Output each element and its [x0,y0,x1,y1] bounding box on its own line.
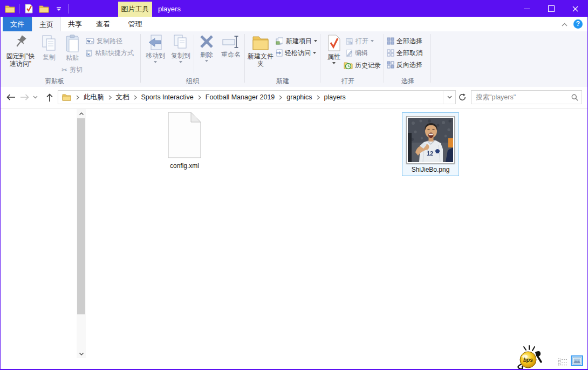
select-all-button[interactable]: 全部选择 [387,36,422,46]
bps-overlay-icon[interactable]: bps [515,343,544,370]
qat-customize-dropdown-icon[interactable] [53,3,65,15]
breadcrumb-sports-interactive[interactable]: Sports Interactive [139,93,196,101]
open-label: 打开 [355,37,368,46]
dropdown-arrow-icon [314,40,317,42]
breadcrumb-separator-icon[interactable] [106,95,114,100]
recent-locations-button[interactable] [31,90,39,104]
refresh-button[interactable] [457,90,468,104]
breadcrumb-separator-icon[interactable] [314,95,322,100]
minimize-icon [524,9,530,9]
copy-path-label: 复制路径 [97,37,122,46]
tab-home[interactable]: 主页 [32,17,61,31]
easy-access-button[interactable]: 轻松访问 [276,48,316,58]
qat-new-folder-button[interactable] [38,3,50,15]
file-item-config-xml[interactable]: config.xml [160,112,209,170]
explorer-app-icon[interactable] [4,3,16,15]
select-all-label: 全部选择 [396,37,422,46]
breadcrumb-separator-icon[interactable] [74,95,81,100]
invert-selection-label: 反向选择 [396,60,422,70]
invert-selection-button[interactable]: 反向选择 [387,60,422,70]
breadcrumb-graphics[interactable]: graphics [284,93,314,101]
breadcrumb-separator-icon[interactable] [277,95,284,100]
file-item-shijiebo-png[interactable]: 12 ShiJieBo.png [402,112,459,176]
open-button[interactable]: 打开 [346,36,374,46]
address-folder-icon[interactable] [58,93,74,101]
tab-view[interactable]: 查看 [89,17,117,31]
tab-file[interactable]: 文件 [3,17,32,31]
details-view-button[interactable] [558,358,568,366]
select-none-label: 全部取消 [396,49,422,58]
search-icon [568,94,582,101]
new-item-button[interactable]: 新建项目 [276,36,317,46]
scrollbar-thumb[interactable] [77,118,85,314]
properties-icon [327,35,341,51]
tab-share[interactable]: 共享 [61,17,89,31]
scrollbar-up-button[interactable] [77,109,86,118]
help-button[interactable]: ? [573,19,583,29]
forward-arrow-icon [20,93,30,101]
dropdown-arrow-icon [154,61,157,63]
xml-document-icon [168,112,201,158]
title-bar: 图片工具 players [1,1,587,17]
contextual-tab-picture-tools[interactable]: 图片工具 [118,2,152,17]
bps-label: bps [523,357,533,363]
file-list-area: config.xml [1,108,587,369]
rename-icon [222,35,240,49]
new-item-label: 新建项目 [286,37,312,46]
delete-label: 删除 [200,51,213,58]
breadcrumb-separator-icon[interactable] [196,95,203,100]
paste-button[interactable]: 粘贴 [61,35,84,62]
breadcrumb-separator-icon[interactable] [132,95,139,100]
forward-button[interactable] [18,90,32,104]
breadcrumb-players[interactable]: players [322,93,348,101]
dropdown-arrow-icon [179,61,182,63]
up-button[interactable] [43,90,57,104]
qat-properties-button[interactable] [23,3,35,15]
dropdown-arrow-icon [313,52,316,54]
properties-label: 属性 [327,53,340,60]
copy-path-button[interactable]: 复制路径 [86,36,122,46]
open-group-label: 打开 [326,77,370,86]
file-name-label: ShiJieBo.png [402,166,459,173]
breadcrumb-documents[interactable]: 文档 [114,93,132,102]
pin-to-quick-access-button[interactable]: 固定到"快速访问" [4,35,37,68]
new-folder-button[interactable]: 新建文件夹 [247,35,275,68]
minimize-button[interactable] [515,1,539,17]
search-input[interactable] [471,93,568,101]
copy-path-icon [86,38,94,44]
thumbnails-view-button[interactable] [571,355,583,366]
copy-button[interactable]: 复制 [38,35,60,61]
breadcrumb-this-pc[interactable]: 此电脑 [81,93,106,102]
address-bar[interactable]: 此电脑 文档 Sports Interactive Football Manag… [58,90,456,104]
breadcrumb-football-manager-2019[interactable]: Football Manager 2019 [203,93,277,101]
select-none-button[interactable]: 全部取消 [387,48,422,58]
history-button[interactable]: 历史记录 [344,60,381,70]
paste-shortcut-label: 粘贴快捷方式 [95,49,134,58]
open-icon [346,38,353,45]
paste-shortcut-button[interactable]: 粘贴快捷方式 [86,48,134,58]
navigation-pane-scrollbar[interactable] [77,109,86,358]
rename-button[interactable]: 重命名 [218,35,243,58]
close-button[interactable] [563,1,587,17]
copy-to-button[interactable]: 复制到 [169,35,193,63]
clipboard-group-label: 剪贴板 [33,77,76,86]
tab-manage[interactable]: 管理 [120,17,150,31]
address-dropdown-button[interactable] [443,91,455,104]
collapse-ribbon-button[interactable] [559,20,569,29]
scissors-icon: ✂ [61,66,67,74]
select-group-label: 选择 [386,77,429,86]
move-to-button[interactable]: 移动到 [143,35,168,63]
maximize-button[interactable] [539,1,563,17]
navigation-pane [1,109,76,369]
back-button[interactable] [4,90,18,104]
delete-x-icon [199,35,214,49]
delete-button[interactable]: 删除 [196,35,217,62]
ribbon: 固定到"快速访问" 复制 粘贴 ✂ 剪切 [1,31,587,88]
paste-shortcut-icon [86,49,93,57]
scrollbar-down-button[interactable] [77,349,86,358]
properties-button[interactable]: 属性 [323,35,345,64]
edit-button[interactable]: 编辑 [346,48,368,58]
cut-button[interactable]: ✂ 剪切 [61,65,83,75]
copy-icon [41,35,57,52]
group-separator [244,34,245,83]
